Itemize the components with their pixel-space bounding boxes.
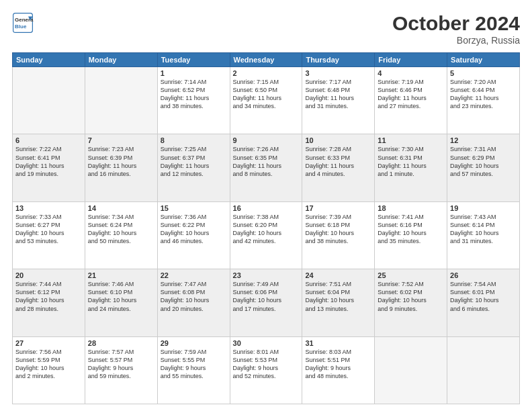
day-info: Sunrise: 7:47 AM Sunset: 6:08 PM Dayligh…	[161, 280, 227, 313]
day-number: 10	[305, 136, 371, 144]
calendar-cell: 9Sunrise: 7:26 AM Sunset: 6:35 PM Daylig…	[230, 134, 302, 201]
day-info: Sunrise: 7:59 AM Sunset: 5:55 PM Dayligh…	[161, 348, 227, 381]
day-number: 26	[450, 271, 517, 279]
week-row-3: 13Sunrise: 7:33 AM Sunset: 6:27 PM Dayli…	[13, 201, 520, 269]
day-info: Sunrise: 7:54 AM Sunset: 6:01 PM Dayligh…	[450, 280, 517, 313]
day-number: 25	[378, 271, 444, 279]
weekday-header-saturday: Saturday	[447, 53, 520, 67]
day-info: Sunrise: 7:31 AM Sunset: 6:29 PM Dayligh…	[450, 145, 517, 178]
day-number: 19	[450, 204, 517, 212]
weekday-header-wednesday: Wednesday	[230, 53, 302, 67]
calendar-cell: 18Sunrise: 7:41 AM Sunset: 6:16 PM Dayli…	[375, 201, 447, 269]
day-info: Sunrise: 7:14 AM Sunset: 6:52 PM Dayligh…	[161, 78, 227, 111]
calendar-cell: 6Sunrise: 7:22 AM Sunset: 6:41 PM Daylig…	[13, 134, 85, 201]
day-number: 15	[161, 204, 227, 212]
location: Borzya, Russia	[392, 35, 520, 46]
day-number: 22	[161, 271, 227, 279]
calendar-cell: 23Sunrise: 7:49 AM Sunset: 6:06 PM Dayli…	[230, 269, 302, 336]
week-row-5: 27Sunrise: 7:56 AM Sunset: 5:59 PM Dayli…	[13, 336, 520, 404]
day-info: Sunrise: 7:25 AM Sunset: 6:37 PM Dayligh…	[161, 145, 227, 178]
weekday-header-row: SundayMondayTuesdayWednesdayThursdayFrid…	[13, 53, 520, 67]
calendar-cell: 28Sunrise: 7:57 AM Sunset: 5:57 PM Dayli…	[85, 336, 157, 404]
logo-icon: General Blue	[12, 12, 34, 34]
calendar-cell: 26Sunrise: 7:54 AM Sunset: 6:01 PM Dayli…	[447, 269, 520, 336]
day-info: Sunrise: 7:34 AM Sunset: 6:24 PM Dayligh…	[88, 213, 154, 246]
day-info: Sunrise: 7:56 AM Sunset: 5:59 PM Dayligh…	[15, 348, 82, 381]
day-number: 5	[450, 69, 517, 77]
calendar-cell: 16Sunrise: 7:38 AM Sunset: 6:20 PM Dayli…	[230, 201, 302, 269]
calendar-cell: 4Sunrise: 7:19 AM Sunset: 6:46 PM Daylig…	[375, 67, 447, 134]
weekday-header-sunday: Sunday	[13, 53, 85, 67]
day-number: 7	[88, 136, 154, 144]
day-info: Sunrise: 8:01 AM Sunset: 5:53 PM Dayligh…	[233, 348, 300, 381]
day-info: Sunrise: 8:03 AM Sunset: 5:51 PM Dayligh…	[305, 348, 371, 381]
day-info: Sunrise: 7:30 AM Sunset: 6:31 PM Dayligh…	[378, 145, 444, 178]
weekday-header-tuesday: Tuesday	[157, 53, 230, 67]
day-info: Sunrise: 7:38 AM Sunset: 6:20 PM Dayligh…	[233, 213, 300, 246]
page: General Blue October 2024 Borzya, Russia…	[0, 0, 532, 411]
header: General Blue October 2024 Borzya, Russia	[12, 12, 520, 46]
logo: General Blue	[12, 12, 34, 34]
calendar-cell: 21Sunrise: 7:46 AM Sunset: 6:10 PM Dayli…	[85, 269, 157, 336]
calendar-cell: 7Sunrise: 7:23 AM Sunset: 6:39 PM Daylig…	[85, 134, 157, 201]
day-info: Sunrise: 7:39 AM Sunset: 6:18 PM Dayligh…	[305, 213, 371, 246]
calendar-cell: 3Sunrise: 7:17 AM Sunset: 6:48 PM Daylig…	[302, 67, 375, 134]
weekday-header-thursday: Thursday	[302, 53, 375, 67]
day-number: 28	[88, 339, 154, 347]
day-number: 31	[305, 339, 371, 347]
calendar-cell	[13, 67, 85, 134]
calendar-cell: 22Sunrise: 7:47 AM Sunset: 6:08 PM Dayli…	[157, 269, 230, 336]
day-info: Sunrise: 7:51 AM Sunset: 6:04 PM Dayligh…	[305, 280, 371, 313]
day-number: 3	[305, 69, 371, 77]
calendar-cell: 8Sunrise: 7:25 AM Sunset: 6:37 PM Daylig…	[157, 134, 230, 201]
calendar-cell: 24Sunrise: 7:51 AM Sunset: 6:04 PM Dayli…	[302, 269, 375, 336]
day-number: 29	[161, 339, 227, 347]
calendar-cell	[375, 336, 447, 404]
day-number: 11	[378, 136, 444, 144]
weekday-header-friday: Friday	[375, 53, 447, 67]
calendar-cell: 12Sunrise: 7:31 AM Sunset: 6:29 PM Dayli…	[447, 134, 520, 201]
day-number: 4	[378, 69, 444, 77]
day-number: 9	[233, 136, 300, 144]
day-info: Sunrise: 7:15 AM Sunset: 6:50 PM Dayligh…	[233, 78, 300, 111]
calendar: SundayMondayTuesdayWednesdayThursdayFrid…	[12, 52, 520, 404]
calendar-cell: 29Sunrise: 7:59 AM Sunset: 5:55 PM Dayli…	[157, 336, 230, 404]
day-number: 30	[233, 339, 300, 347]
day-info: Sunrise: 7:17 AM Sunset: 6:48 PM Dayligh…	[305, 78, 371, 111]
calendar-cell: 13Sunrise: 7:33 AM Sunset: 6:27 PM Dayli…	[13, 201, 85, 269]
day-number: 2	[233, 69, 300, 77]
day-number: 8	[161, 136, 227, 144]
week-row-2: 6Sunrise: 7:22 AM Sunset: 6:41 PM Daylig…	[13, 134, 520, 201]
day-info: Sunrise: 7:33 AM Sunset: 6:27 PM Dayligh…	[15, 213, 82, 246]
day-number: 20	[15, 271, 82, 279]
day-number: 13	[15, 204, 82, 212]
day-info: Sunrise: 7:41 AM Sunset: 6:16 PM Dayligh…	[378, 213, 444, 246]
day-number: 24	[305, 271, 371, 279]
day-info: Sunrise: 7:36 AM Sunset: 6:22 PM Dayligh…	[161, 213, 227, 246]
calendar-cell: 27Sunrise: 7:56 AM Sunset: 5:59 PM Dayli…	[13, 336, 85, 404]
calendar-cell	[447, 336, 520, 404]
day-number: 18	[378, 204, 444, 212]
calendar-cell: 31Sunrise: 8:03 AM Sunset: 5:51 PM Dayli…	[302, 336, 375, 404]
day-number: 21	[88, 271, 154, 279]
day-number: 27	[15, 339, 82, 347]
calendar-cell: 11Sunrise: 7:30 AM Sunset: 6:31 PM Dayli…	[375, 134, 447, 201]
day-number: 12	[450, 136, 517, 144]
day-info: Sunrise: 7:20 AM Sunset: 6:44 PM Dayligh…	[450, 78, 517, 111]
day-info: Sunrise: 7:57 AM Sunset: 5:57 PM Dayligh…	[88, 348, 154, 381]
calendar-cell: 5Sunrise: 7:20 AM Sunset: 6:44 PM Daylig…	[447, 67, 520, 134]
day-info: Sunrise: 7:28 AM Sunset: 6:33 PM Dayligh…	[305, 145, 371, 178]
day-info: Sunrise: 7:19 AM Sunset: 6:46 PM Dayligh…	[378, 78, 444, 111]
day-number: 23	[233, 271, 300, 279]
calendar-cell: 10Sunrise: 7:28 AM Sunset: 6:33 PM Dayli…	[302, 134, 375, 201]
day-info: Sunrise: 7:22 AM Sunset: 6:41 PM Dayligh…	[15, 145, 82, 178]
day-info: Sunrise: 7:46 AM Sunset: 6:10 PM Dayligh…	[88, 280, 154, 313]
day-info: Sunrise: 7:26 AM Sunset: 6:35 PM Dayligh…	[233, 145, 300, 178]
day-info: Sunrise: 7:43 AM Sunset: 6:14 PM Dayligh…	[450, 213, 517, 246]
calendar-cell: 30Sunrise: 8:01 AM Sunset: 5:53 PM Dayli…	[230, 336, 302, 404]
calendar-cell	[85, 67, 157, 134]
calendar-cell: 15Sunrise: 7:36 AM Sunset: 6:22 PM Dayli…	[157, 201, 230, 269]
calendar-cell: 20Sunrise: 7:44 AM Sunset: 6:12 PM Dayli…	[13, 269, 85, 336]
svg-text:Blue: Blue	[15, 24, 27, 30]
month-year: October 2024	[392, 12, 520, 35]
